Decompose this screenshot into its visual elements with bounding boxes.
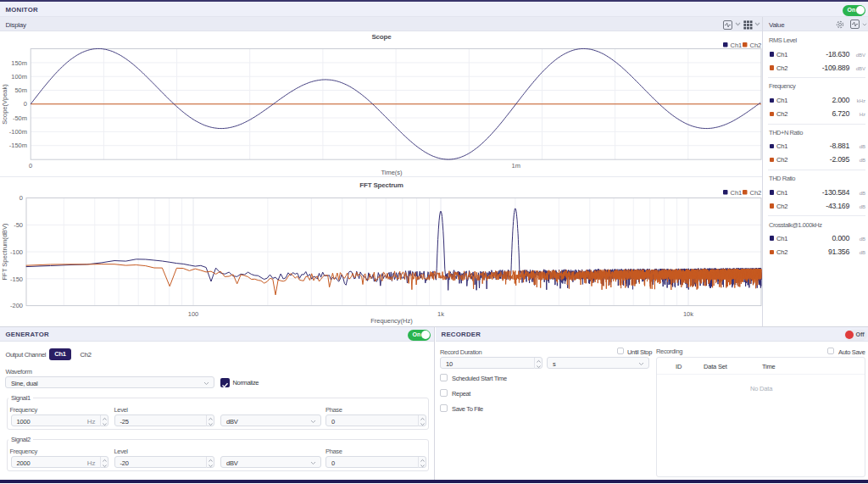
- svg-text:-50m: -50m: [13, 114, 27, 122]
- svg-text:FFT Spectrum(dBV): FFT Spectrum(dBV): [1, 223, 8, 280]
- svg-text:FFT Spectrum: FFT Spectrum: [359, 181, 403, 189]
- svg-text:-150: -150: [10, 275, 23, 283]
- svg-text:Ch1: Ch1: [731, 42, 743, 49]
- svg-text:150m: 150m: [11, 59, 27, 67]
- svg-text:0: 0: [29, 162, 32, 170]
- svg-text:1m: 1m: [511, 162, 520, 170]
- svg-text:-100: -100: [10, 248, 23, 256]
- svg-text:100: 100: [188, 310, 199, 318]
- svg-text:-200: -200: [10, 302, 23, 309]
- svg-text:Ch2: Ch2: [750, 42, 762, 49]
- svg-text:-150m: -150m: [9, 142, 27, 149]
- svg-text:10k: 10k: [683, 310, 693, 318]
- svg-text:-50: -50: [14, 221, 23, 229]
- svg-text:Scope: Scope: [371, 33, 392, 41]
- svg-text:Scope(Vpeak): Scope(Vpeak): [1, 84, 8, 125]
- svg-text:Ch1: Ch1: [731, 189, 743, 197]
- svg-text:0: 0: [24, 100, 27, 108]
- svg-text:Ch2: Ch2: [750, 189, 762, 197]
- svg-text:1k: 1k: [437, 310, 444, 318]
- svg-text:Frequency(Hz): Frequency(Hz): [370, 317, 413, 325]
- svg-text:0: 0: [19, 194, 23, 202]
- svg-text:100m: 100m: [11, 73, 27, 81]
- svg-text:Time(s): Time(s): [381, 169, 403, 176]
- svg-text:50m: 50m: [14, 86, 27, 94]
- svg-text:-100m: -100m: [9, 128, 27, 136]
